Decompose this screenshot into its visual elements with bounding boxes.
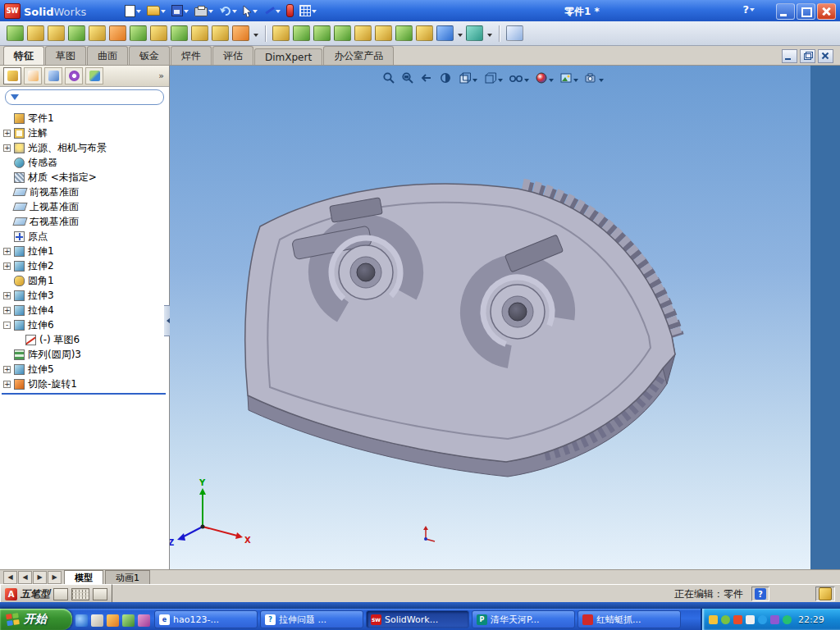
revolved-cut-icon[interactable] [130, 25, 147, 41]
tree-item-extrude1[interactable]: +拉伸1 [0, 244, 169, 258]
fillet-icon[interactable] [191, 25, 208, 41]
expander-icon[interactable]: + [3, 262, 11, 270]
mail-icon[interactable] [138, 614, 150, 627]
display-style-button[interactable] [482, 70, 504, 86]
task-red-dragonfly[interactable]: 红蜻蜓抓... [578, 610, 681, 628]
maximize-button[interactable] [797, 3, 815, 20]
overflow-chevron-icon[interactable]: » [158, 71, 164, 81]
select-button[interactable] [241, 2, 259, 19]
curves-icon[interactable] [466, 25, 483, 41]
minimize-button[interactable] [776, 3, 795, 20]
tree-item-extrude4[interactable]: +拉伸4 [0, 303, 169, 317]
tree-item-extrude3[interactable]: +拉伸3 [0, 288, 169, 303]
doc-minimize-button[interactable] [782, 49, 797, 63]
tree-item-lights-cameras-scene[interactable]: +光源、相机与布景 [0, 140, 169, 155]
graphics-viewport[interactable]: Y X Z [170, 66, 810, 569]
shell-icon[interactable] [375, 25, 392, 41]
expander-icon[interactable]: + [3, 130, 11, 137]
ime-pen-icon[interactable] [53, 588, 68, 600]
next-tab-button[interactable]: ▶ [33, 571, 47, 584]
ink-sketch-button[interactable] [262, 2, 282, 19]
ime-logo-icon[interactable]: A [5, 588, 17, 600]
displaymanager-tab[interactable] [85, 67, 103, 84]
hide-show-items-button[interactable] [508, 70, 530, 86]
dome-icon[interactable] [395, 25, 413, 41]
tab-office-products[interactable]: 办公室产品 [323, 46, 394, 65]
tab-animation1[interactable]: 动画1 [105, 570, 150, 585]
rebuild-stop-button[interactable] [285, 2, 295, 19]
swept-boss-icon[interactable] [48, 25, 65, 41]
view-settings-button[interactable] [298, 2, 318, 19]
new-document-button[interactable] [123, 2, 143, 19]
tab-evaluate[interactable]: 评估 [212, 46, 253, 65]
reference-geometry-dropdown-icon[interactable] [458, 34, 463, 39]
last-tab-button[interactable]: ▶ [48, 571, 62, 584]
tree-item-origin[interactable]: 原点 [0, 229, 169, 244]
circular-pattern-icon[interactable] [293, 25, 310, 41]
chamfer-icon[interactable] [212, 25, 229, 41]
rib-icon[interactable] [334, 25, 351, 41]
tree-item-extrude5[interactable]: +拉伸5 [0, 362, 169, 377]
revolved-boss-icon[interactable] [27, 25, 44, 41]
quick-tips-cell[interactable] [815, 587, 835, 601]
messenger-icon[interactable] [122, 614, 135, 627]
task-hao123[interactable]: ehao123-... [154, 610, 258, 628]
tree-item-top-plane[interactable]: 上视基准面 [0, 199, 169, 214]
show-desktop-icon[interactable] [91, 614, 103, 627]
lofted-cut-icon[interactable] [171, 25, 188, 41]
tab-dimxpert[interactable]: DimXpert [254, 48, 322, 65]
draft-icon[interactable] [354, 25, 372, 41]
tree-root-part[interactable]: 零件1 [0, 111, 169, 126]
print-button[interactable] [193, 2, 215, 19]
apply-scene-button[interactable] [559, 70, 579, 86]
tree-item-extrude2[interactable]: +拉伸2 [0, 258, 169, 273]
hole-wizard-icon[interactable] [109, 25, 126, 41]
tree-item-circular-pattern3[interactable]: 阵列(圆周)3 [0, 347, 169, 362]
ime-mode-label[interactable]: 五笔型 [21, 587, 50, 601]
wrap-icon[interactable] [416, 25, 433, 41]
dimxpertmanager-tab[interactable] [65, 67, 83, 84]
tree-item-right-plane[interactable]: 右视基准面 [0, 214, 169, 229]
tab-sheet-metal[interactable]: 钣金 [129, 46, 170, 65]
prev-tab-button[interactable]: ◀ [18, 571, 32, 584]
pattern-icon[interactable] [232, 25, 249, 41]
undo-button[interactable] [217, 2, 239, 19]
expander-icon[interactable]: + [3, 381, 11, 388]
expander-icon[interactable]: + [3, 248, 11, 255]
expander-icon[interactable]: + [3, 366, 11, 373]
ime-bar[interactable]: A 五笔型 [0, 584, 112, 604]
tree-item-front-plane[interactable]: 前视基准面 [0, 185, 169, 199]
instant3d-icon[interactable] [506, 25, 523, 41]
tray-network-icon[interactable] [758, 615, 767, 624]
tray-messenger-icon[interactable] [770, 615, 779, 624]
extruded-boss-icon[interactable] [7, 25, 24, 41]
configurationmanager-tab[interactable] [44, 67, 62, 84]
propertymanager-tab[interactable] [24, 67, 42, 84]
ime-keyboard-icon[interactable] [71, 588, 89, 600]
tree-item-sensors[interactable]: 传感器 [0, 155, 169, 170]
expander-icon[interactable]: + [3, 307, 11, 314]
start-button[interactable]: 开始 [0, 609, 72, 630]
rollback-bar[interactable] [2, 393, 166, 395]
tree-item-fillet1[interactable]: 圆角1 [0, 273, 169, 288]
featuremanager-tab[interactable] [3, 67, 21, 84]
media-player-icon[interactable] [107, 614, 119, 627]
tray-input-method-icon[interactable] [709, 615, 718, 624]
zoom-fit-button[interactable] [381, 70, 396, 86]
task-qinghua-tianhe[interactable]: P清华天河P... [472, 610, 575, 628]
zoom-area-button[interactable] [400, 70, 415, 86]
pattern-dropdown-icon[interactable] [253, 34, 258, 39]
doc-close-button[interactable] [818, 49, 833, 63]
linear-pattern-icon[interactable] [272, 25, 290, 41]
tree-item-sketch6[interactable]: (-) 草图6 [0, 332, 169, 347]
previous-view-button[interactable] [419, 70, 434, 86]
model-canvas[interactable]: Y X Z [170, 66, 810, 569]
expander-icon[interactable]: + [3, 144, 11, 152]
tray-antivirus-icon[interactable] [721, 615, 730, 624]
curves-dropdown-icon[interactable] [487, 34, 492, 39]
first-tab-button[interactable]: ◀ [3, 571, 17, 584]
camera-settings-button[interactable] [583, 70, 605, 86]
tab-weldments[interactable]: 焊件 [171, 46, 212, 65]
help-menu-button[interactable]: ? [742, 3, 755, 16]
lofted-boss-icon[interactable] [68, 25, 85, 41]
